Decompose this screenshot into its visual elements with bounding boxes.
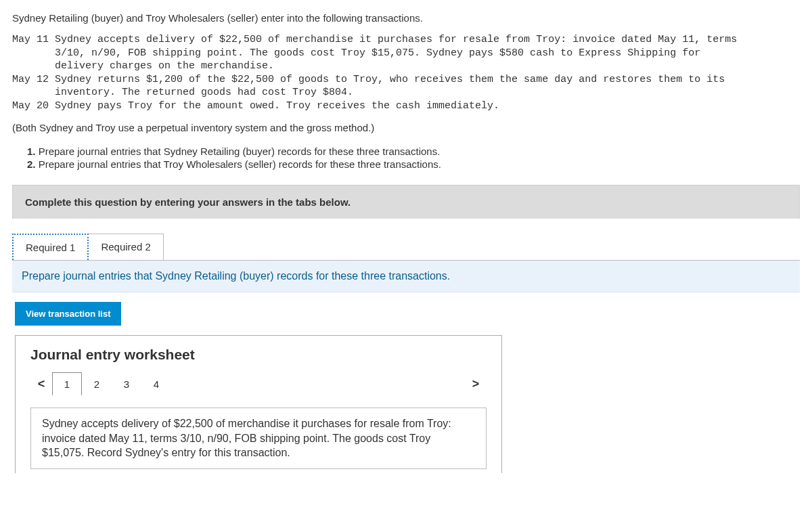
tab-required-1[interactable]: Required 1	[12, 234, 89, 260]
tab-content: Prepare journal entries that Sydney Reta…	[12, 261, 800, 292]
worksheet-title: Journal entry worksheet	[30, 347, 487, 363]
requirements-list: 1. Prepare journal entries that Sydney R…	[27, 146, 800, 170]
entry-page-2[interactable]: 2	[82, 372, 112, 395]
note-text: (Both Sydney and Troy use a perpetual in…	[12, 122, 800, 133]
tab-required-2[interactable]: Required 2	[88, 234, 163, 260]
req1-num: 1.	[27, 146, 36, 157]
req2-num: 2.	[27, 158, 36, 170]
requirement-2: 2. Prepare journal entries that Troy Who…	[27, 158, 800, 170]
view-transaction-list-button[interactable]: View transaction list	[15, 302, 121, 326]
req2-text: Prepare journal entries that Troy Wholes…	[36, 158, 441, 170]
intro-text: Sydney Retailing (buyer) and Troy Wholes…	[12, 12, 800, 24]
req1-text: Prepare journal entries that Sydney Reta…	[36, 146, 441, 157]
entry-pager: < 1 2 3 4 >	[30, 372, 487, 395]
entry-description: Sydney accepts delivery of $22,500 of me…	[30, 408, 487, 469]
tabs-row: Required 1 Required 2	[12, 234, 800, 261]
entry-page-1[interactable]: 1	[52, 372, 82, 395]
entry-page-4[interactable]: 4	[141, 372, 171, 395]
requirement-1: 1. Prepare journal entries that Sydney R…	[27, 146, 800, 157]
journal-entry-worksheet: Journal entry worksheet < 1 2 3 4 > Sydn…	[15, 335, 502, 473]
entry-page-3[interactable]: 3	[112, 372, 141, 395]
tabs-instruction: Complete this question by entering your …	[12, 185, 800, 219]
next-entry-icon[interactable]: >	[465, 372, 487, 395]
prev-entry-icon[interactable]: <	[30, 372, 52, 395]
transactions-block: May 11 Sydney accepts delivery of $22,50…	[12, 33, 800, 112]
